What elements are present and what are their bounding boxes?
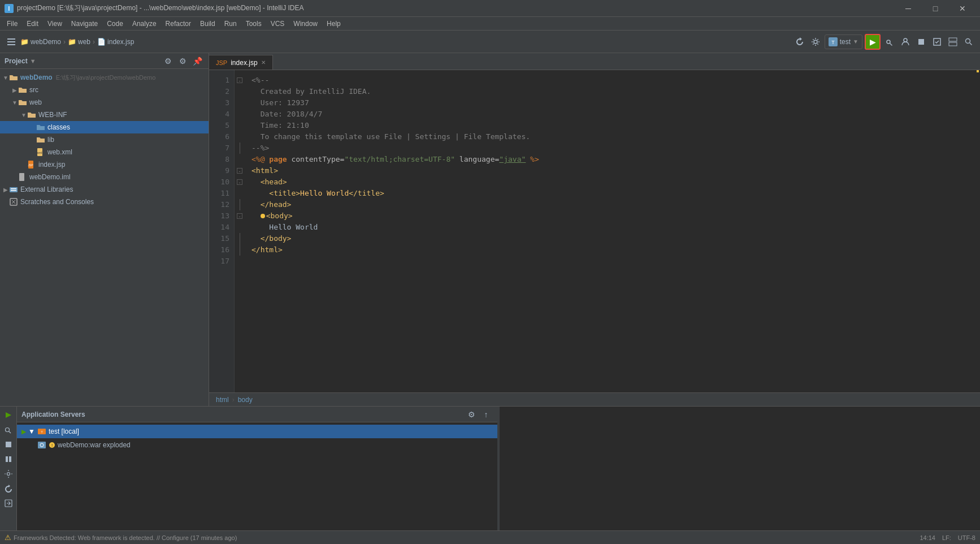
menu-build[interactable]: Build: [196, 19, 220, 29]
line-num-13: 13: [209, 210, 234, 222]
bottom-stop-btn[interactable]: [2, 438, 15, 451]
bottom-deploy-btn[interactable]: [2, 497, 15, 510]
svg-rect-3: [7, 41, 15, 42]
tab-file-icon: JSP: [216, 59, 227, 66]
bottom-run-btn[interactable]: [2, 409, 15, 421]
editor-tab-indexjsp[interactable]: JSP index.jsp ✕: [209, 55, 273, 70]
menu-help[interactable]: Help: [322, 19, 345, 29]
coverage-button[interactable]: [930, 35, 944, 49]
sidebar-pin-icon[interactable]: 📌: [190, 54, 204, 68]
minimize-button[interactable]: ─: [895, 0, 921, 17]
menu-navigate[interactable]: Navigate: [67, 19, 102, 29]
fold-1[interactable]: -: [235, 75, 245, 86]
breadcrumb-webdemo[interactable]: 📁 webDemo: [20, 38, 61, 46]
tree-item-webdemoiml[interactable]: webDemo.iml: [0, 171, 209, 183]
server-item-webdemo-war[interactable]: ! webDemo:war exploded: [17, 438, 497, 452]
editor-tabs: JSP index.jsp ✕: [209, 53, 980, 70]
fold-marker-1[interactable]: -: [237, 77, 242, 83]
sidebar-sync-icon[interactable]: ⚙: [161, 54, 175, 68]
code-line-7: --%>: [251, 143, 965, 154]
toolbar-settings-btn[interactable]: [809, 35, 822, 49]
menu-analyze[interactable]: Analyze: [128, 19, 161, 29]
svg-point-5: [814, 40, 817, 44]
bottom-header-expand-btn[interactable]: ↑: [479, 408, 493, 421]
search-everywhere-button[interactable]: [962, 35, 975, 49]
code-token-8b: page: [269, 154, 287, 165]
server-tree: ▶ ▼ T test [local] ! webDemo:war expl: [17, 422, 497, 530]
scratches-icon: [9, 197, 18, 206]
bottom-reload-btn[interactable]: [2, 482, 15, 495]
fold-line-4: [235, 109, 245, 120]
tree-item-classes[interactable]: classes: [0, 121, 209, 133]
menu-file[interactable]: File: [2, 19, 22, 29]
code-token-5: Time: 21:10: [251, 120, 309, 131]
bottom-settings-btn[interactable]: [2, 468, 15, 480]
toolbar-sync-btn[interactable]: [793, 35, 806, 49]
breadcrumb-web[interactable]: 📁 web: [68, 38, 90, 46]
toolbar-icon-btn-1[interactable]: [5, 35, 18, 49]
svg-point-25: [5, 428, 9, 432]
tree-item-src[interactable]: ▶ src: [0, 84, 209, 96]
fold-7: [235, 143, 245, 154]
breadcrumb-indexjsp[interactable]: 📄 index.jsp: [97, 38, 134, 46]
tree-item-webinf[interactable]: ▼ WEB-INF: [0, 109, 209, 121]
code-line-12: </head>: [251, 199, 965, 210]
run-button[interactable]: ▶: [865, 34, 881, 50]
bottom-debug-btn[interactable]: [2, 424, 15, 436]
tree-item-web[interactable]: ▼ web: [0, 96, 209, 109]
fold-line-3: [235, 97, 245, 109]
run-config-dropdown[interactable]: T test ▼: [825, 34, 862, 49]
line-numbers: 1 2 3 4 5 6 7 8 9 10 11 12 13 14 15 16 1…: [209, 70, 235, 392]
svg-rect-13: [949, 42, 957, 46]
code-token-13a: [251, 210, 261, 222]
project-sidebar: Project ▼ ⚙ ⚙ 📌 ▼ webDemo E:\练习\java\pro…: [0, 53, 209, 406]
code-content[interactable]: <%-- Created by IntelliJ IDEA. User: 129…: [245, 70, 972, 392]
fold-marker-9[interactable]: -: [237, 168, 242, 174]
tab-close-icon[interactable]: ✕: [261, 59, 266, 66]
menu-view[interactable]: View: [43, 19, 67, 29]
bottom-content: Application Servers ⚙ ↑ ▶ ▼ T test [loca…: [17, 407, 497, 530]
svg-point-9: [904, 38, 907, 42]
menu-tools[interactable]: Tools: [241, 19, 266, 29]
svg-rect-20: [10, 187, 18, 192]
fold-marker-10[interactable]: -: [237, 179, 242, 185]
tree-item-scratches[interactable]: Scratches and Consoles: [0, 196, 209, 208]
code-token-2: Created by IntelliJ IDEA.: [251, 86, 371, 97]
tree-path-webdemo: E:\练习\java\projectDemo\webDemo: [56, 74, 156, 82]
tree-item-external-libraries[interactable]: ▶ External Libraries: [0, 183, 209, 196]
menu-refactor[interactable]: Refactor: [161, 19, 196, 29]
menu-vcs[interactable]: VCS: [266, 19, 289, 29]
stop-button[interactable]: [914, 35, 928, 49]
bottom-header-settings-btn[interactable]: ⚙: [465, 408, 478, 421]
fold-marker-13[interactable]: -: [237, 213, 242, 219]
line-num-8: 8: [209, 154, 234, 165]
breadcrumb-html[interactable]: html: [216, 396, 229, 404]
server-item-test-local[interactable]: ▶ ▼ T test [local]: [17, 425, 497, 438]
tree-item-webxml[interactable]: xml web.xml: [0, 146, 209, 158]
code-token-15a: [251, 233, 261, 244]
code-line-3: User: 12937: [251, 97, 965, 109]
layout-button[interactable]: [946, 35, 960, 49]
sidebar-gear-icon[interactable]: ⚙: [176, 54, 189, 68]
tree-item-webdemo-root[interactable]: ▼ webDemo E:\练习\java\projectDemo\webDemo: [0, 71, 209, 84]
maximize-button[interactable]: □: [922, 0, 948, 17]
gutter-warning-mark: [977, 70, 979, 72]
fold-13[interactable]: -: [235, 210, 245, 222]
breadcrumb-body[interactable]: body: [238, 396, 253, 404]
menu-window[interactable]: Window: [289, 19, 322, 29]
menu-code[interactable]: Code: [102, 19, 128, 29]
tree-item-lib[interactable]: lib: [0, 133, 209, 146]
menu-edit[interactable]: Edit: [22, 19, 43, 29]
status-line-sep: LF:: [942, 534, 951, 541]
menu-run[interactable]: Run: [220, 19, 241, 29]
fold-9[interactable]: -: [235, 165, 245, 176]
close-button[interactable]: ✕: [949, 0, 975, 17]
bottom-pause-btn[interactable]: [2, 453, 15, 465]
tree-item-indexjsp[interactable]: JSP index.jsp: [0, 158, 209, 171]
fold-10[interactable]: -: [235, 176, 245, 188]
svg-text:JSP: JSP: [28, 163, 33, 167]
debug-button[interactable]: [883, 35, 896, 49]
fold-line-end-15: [240, 233, 240, 244]
line-num-6: 6: [209, 131, 234, 143]
profile-button[interactable]: [899, 35, 912, 49]
